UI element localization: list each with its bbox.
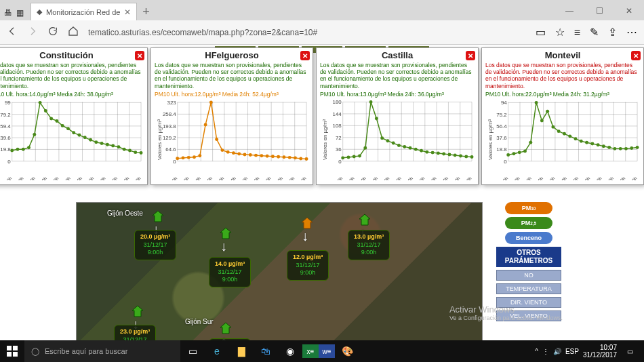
svg-point-121: [305, 157, 308, 161]
close-icon[interactable]: ✕: [631, 51, 641, 60]
svg-point-170: [403, 145, 406, 148]
map-marker[interactable]: [358, 213, 371, 226]
svg-marker-246: [302, 218, 313, 228]
taskbar-clock[interactable]: 10:07 31/12/2017: [583, 344, 617, 359]
svg-point-242: [630, 146, 633, 150]
svg-point-110: [243, 153, 247, 156]
address-bar[interactable]: [88, 28, 526, 37]
map-reading-bubble[interactable]: 20.0 µg/m³31/12/179:00h: [134, 230, 176, 260]
store-icon[interactable]: 🛍: [254, 340, 278, 362]
svg-point-111: [249, 153, 252, 157]
svg-point-227: [546, 110, 549, 113]
browser-tab[interactable]: ◆ Monitorización Red de ✕: [31, 3, 137, 20]
svg-text:30/12/17 10:00h: 30/12/17 10:00h: [0, 176, 13, 180]
refresh-button[interactable]: [47, 26, 58, 39]
svg-text:30/12/17 10:00h: 30/12/17 10:00h: [155, 176, 178, 180]
map-reading-bubble[interactable]: 14.0 µg/m³31/12/179:00h: [209, 257, 251, 287]
language-indicator[interactable]: ESP: [565, 348, 579, 355]
popup-note: Los datos que se muestran son provisiona…: [155, 62, 309, 89]
param-pill[interactable]: Benceno: [505, 232, 552, 244]
reading-view-icon[interactable]: ▭: [536, 26, 546, 39]
svg-point-160: [347, 155, 350, 159]
more-icon[interactable]: ⋯: [626, 26, 637, 39]
svg-point-100: [187, 156, 190, 159]
map-marker[interactable]: [131, 304, 144, 318]
svg-point-102: [198, 154, 201, 157]
svg-text:108: 108: [333, 123, 342, 129]
popup-caption: PM10 Ult. hora:22.0µg/m³ Media 24h: 31.2…: [485, 91, 640, 98]
svg-point-182: [470, 155, 474, 159]
svg-point-171: [409, 146, 412, 150]
back-button[interactable]: [7, 26, 18, 39]
map-reading-bubble[interactable]: 13.0 µg/m³31/12/179:00h: [348, 230, 390, 260]
svg-point-59: [134, 150, 137, 154]
taskbar-search[interactable]: ◯ Escribe aquí para buscar: [24, 340, 180, 362]
explorer-icon[interactable]: ▇: [229, 340, 254, 362]
home-button[interactable]: [68, 26, 79, 39]
tray-chevron-icon[interactable]: ^: [535, 348, 538, 355]
close-icon[interactable]: ✕: [135, 51, 144, 60]
chrome-icon[interactable]: ◉: [278, 340, 302, 362]
svg-point-106: [220, 148, 224, 152]
svg-point-228: [551, 125, 555, 128]
window-titlebar: 🖶 ▦ ◆ Monitorización Red de ✕ + — ☐ ✕: [0, 0, 644, 20]
close-icon[interactable]: ✕: [466, 51, 475, 60]
notes-icon[interactable]: ✎: [590, 26, 599, 39]
paint-icon[interactable]: 🎨: [335, 340, 359, 362]
svg-text:36: 36: [336, 146, 342, 153]
svg-marker-245: [220, 228, 231, 239]
svg-point-231: [568, 134, 571, 138]
close-icon[interactable]: ✕: [124, 7, 131, 17]
svg-point-240: [619, 147, 622, 150]
minimize-button[interactable]: —: [555, 1, 584, 20]
svg-point-99: [182, 156, 185, 159]
svg-text:94: 94: [501, 100, 507, 106]
map-marker[interactable]: [300, 216, 314, 230]
tab-favicon: ◆: [37, 7, 42, 16]
svg-marker-244: [153, 211, 163, 222]
side-param-button[interactable]: TEMPERATURA: [496, 283, 561, 294]
param-pill[interactable]: PM2,5: [505, 217, 552, 229]
svg-point-239: [613, 147, 616, 150]
map-marker[interactable]: [219, 321, 233, 335]
forward-button[interactable]: [27, 26, 38, 39]
volume-icon[interactable]: 🔊: [553, 348, 561, 355]
map-marker[interactable]: [151, 209, 165, 223]
map-marker[interactable]: [219, 226, 233, 240]
svg-text:30/12/17 10:00h: 30/12/17 10:00h: [485, 176, 509, 180]
svg-text:31/12/17 4:00h: 31/12/17 4:00h: [590, 176, 615, 180]
notification-icon[interactable]: ▭: [621, 340, 639, 362]
close-icon[interactable]: ✕: [300, 51, 310, 60]
printer-icon: 🖶: [4, 8, 12, 18]
word-icon[interactable]: w≡: [319, 344, 335, 358]
svg-text:31/12/17 8:00h: 31/12/17 8:00h: [448, 176, 472, 180]
maximize-button[interactable]: ☐: [584, 1, 614, 20]
svg-point-38: [16, 148, 20, 151]
edge-icon[interactable]: e: [205, 340, 229, 362]
task-view-icon[interactable]: ▭: [180, 340, 205, 362]
svg-point-175: [431, 150, 435, 154]
svg-point-229: [557, 129, 561, 133]
side-param-button[interactable]: NO: [496, 270, 561, 281]
svg-text:31/12/17 2:00h: 31/12/17 2:00h: [579, 176, 603, 180]
new-tab-button[interactable]: +: [137, 3, 155, 20]
popup-title: HFelgueroso: [155, 50, 309, 60]
window-close-button[interactable]: ✕: [614, 1, 644, 20]
param-pill[interactable]: PM10: [505, 202, 552, 214]
svg-point-225: [535, 101, 538, 104]
svg-text:64.6: 64.6: [165, 146, 176, 153]
wifi-icon[interactable]: ⋮: [542, 348, 549, 355]
excel-icon[interactable]: x≡: [302, 344, 319, 358]
start-button[interactable]: [0, 340, 24, 362]
favorite-icon[interactable]: ☆: [555, 26, 565, 39]
svg-point-46: [61, 124, 64, 127]
svg-text:31/12/17 6:00h: 31/12/17 6:00h: [106, 176, 130, 180]
hub-icon[interactable]: ≡: [574, 26, 580, 39]
svg-point-107: [226, 150, 230, 154]
svg-text:19.8: 19.8: [0, 146, 11, 153]
map-container[interactable]: Gijón OesteGijón Sur ↓ ↓ ↓ ↓ ↓ ↑ 20.0 µg…: [76, 202, 483, 362]
map-reading-bubble[interactable]: 12.0 µg/m³31/12/179:00h: [287, 250, 329, 281]
svg-point-42: [39, 101, 42, 104]
svg-text:37.6: 37.6: [496, 135, 507, 141]
share-icon[interactable]: ⇪: [608, 26, 617, 39]
